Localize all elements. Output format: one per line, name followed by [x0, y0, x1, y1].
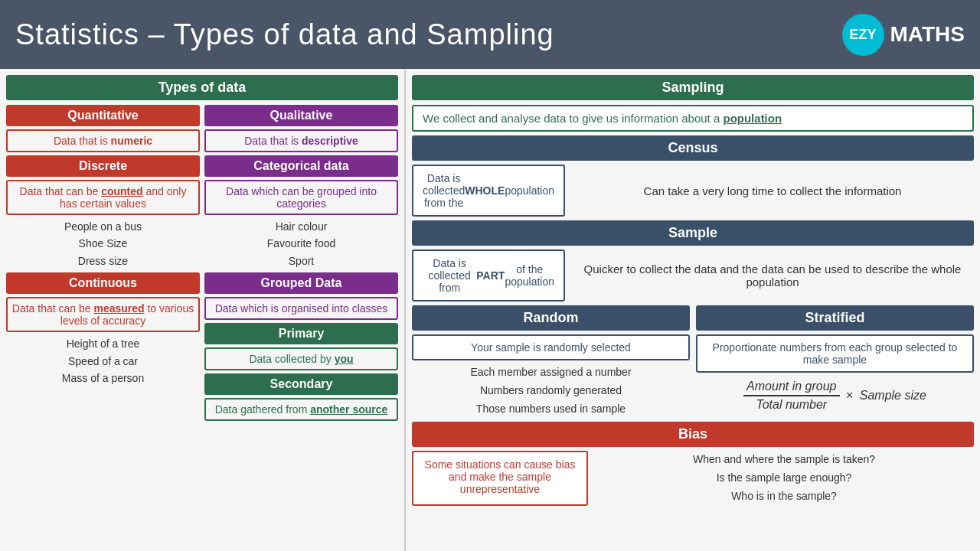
- formula-times: ×: [846, 389, 853, 402]
- categorical-definition: Data which can be grouped into categorie…: [204, 180, 398, 215]
- numeric-bold: numeric: [111, 135, 152, 147]
- bias-box-text: Some situations can cause bias and make …: [425, 458, 576, 495]
- page-title: Statistics – Types of data and Sampling: [15, 18, 554, 51]
- quantitative-header: Quantitative: [6, 105, 200, 126]
- census-header: Census: [412, 135, 974, 161]
- primary-definition: Data collected by you: [204, 347, 398, 370]
- logo-circle: EZY: [842, 14, 884, 56]
- primary-header: Primary: [204, 323, 398, 344]
- formula-fraction: Amount in group Total number: [743, 380, 839, 412]
- formula-sample-size: Sample size: [860, 389, 926, 402]
- sampling-section: Sampling We collect and analyse data to …: [406, 69, 980, 551]
- secondary-header: Secondary: [204, 373, 398, 395]
- you-text: you: [335, 353, 354, 365]
- page-header: Statistics – Types of data and Sampling …: [0, 0, 980, 69]
- sample-description: Quicker to collect the data and the data…: [571, 249, 974, 302]
- categorical-examples: Hair colourFavourite foodSport: [204, 218, 398, 269]
- main-content: Types of data Quantitative Data that is …: [0, 69, 980, 551]
- random-box: Your sample is randomly selected: [412, 334, 690, 360]
- grouped-definition: Data which is organised into classes: [204, 297, 398, 320]
- stratified-formula: Amount in group Total number × Sample si…: [696, 376, 974, 416]
- bias-header: Bias: [412, 422, 974, 447]
- sampling-intro: We collect and analyse data to give us i…: [412, 105, 974, 132]
- quantitative-col: Quantitative Data that is numeric Discre…: [6, 105, 200, 424]
- types-of-data-header: Types of data: [6, 75, 398, 100]
- stratified-box: Proportionate numbers from each group se…: [696, 334, 974, 373]
- formula-denominator: Total number: [743, 396, 839, 412]
- quantitative-definition: Data that is numeric: [6, 129, 200, 152]
- categorical-header: Categorical data: [204, 155, 398, 177]
- logo: EZY MATHS: [842, 14, 965, 56]
- census-row: Data is collected from the WHOLE populat…: [412, 165, 974, 217]
- grouped-header: Grouped Data: [204, 272, 398, 294]
- stratified-col: Stratified Proportionate numbers from ea…: [696, 305, 974, 418]
- qualitative-header: Qualitative: [204, 105, 398, 126]
- discrete-definition: Data that can be counted and only has ce…: [6, 180, 200, 215]
- random-items: Each member assigned a number Numbers ra…: [412, 364, 690, 418]
- bias-description: When and where the sample is taken? Is t…: [594, 451, 974, 505]
- sample-header: Sample: [412, 220, 974, 246]
- measured-text: measured: [93, 302, 144, 315]
- descriptive-bold: descriptive: [302, 135, 358, 147]
- secondary-definition: Data gathered from another source: [204, 398, 398, 421]
- census-box: Data is collected from the WHOLE populat…: [412, 165, 565, 217]
- sample-row: Data is collected from PART of the popul…: [412, 249, 974, 302]
- sample-box: Data is collected from PART of the popul…: [412, 249, 565, 302]
- part-text: PART: [476, 269, 505, 282]
- random-header: Random: [412, 305, 690, 331]
- discrete-header: Discrete: [6, 155, 200, 177]
- random-col: Random Your sample is randomly selected …: [412, 305, 690, 418]
- logo-ezy: EZY: [850, 27, 877, 43]
- continuous-definition: Data that can be measured to various lev…: [6, 297, 200, 332]
- quantitative-qualitative-row: Quantitative Data that is numeric Discre…: [6, 105, 398, 424]
- stratified-header: Stratified: [696, 305, 974, 331]
- bias-row: Some situations can cause bias and make …: [412, 451, 974, 505]
- whole-text: WHOLE: [465, 184, 505, 197]
- qualitative-definition: Data that is descriptive: [204, 129, 398, 152]
- logo-maths: MATHS: [890, 22, 965, 47]
- census-description: Can take a very long time to collect the…: [571, 165, 974, 217]
- random-stratified-row: Random Your sample is randomly selected …: [412, 305, 974, 418]
- counted-text: counted: [101, 185, 142, 197]
- qualitative-col: Qualitative Data that is descriptive Cat…: [204, 105, 398, 424]
- population-text: population: [723, 112, 782, 125]
- sampling-header: Sampling: [412, 75, 974, 100]
- continuous-header: Continuous: [6, 272, 200, 294]
- formula-numerator: Amount in group: [743, 380, 839, 396]
- continuous-examples: Height of a treeSpeed of a carMass of a …: [6, 335, 200, 386]
- another-source-text: another source: [310, 403, 387, 416]
- types-of-data-section: Types of data Quantitative Data that is …: [0, 69, 406, 551]
- bias-box: Some situations can cause bias and make …: [412, 451, 588, 505]
- discrete-examples: People on a busShoe SizeDress size: [6, 218, 200, 269]
